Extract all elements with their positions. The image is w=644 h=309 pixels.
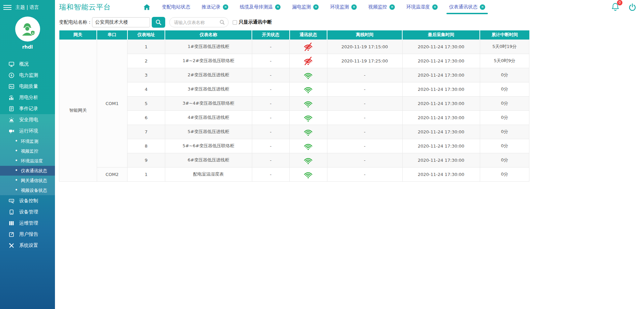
comm-status-cell [290,110,327,125]
sidebar-item-label: 电能质量 [19,83,38,89]
comm-status-cell [290,167,327,181]
sidebar-item-video-surveillance[interactable]: •视频监控 [0,146,55,156]
sidebar-top: 主题 | 语言 [0,0,55,12]
comm-status-cell [290,96,327,110]
last-collect-time-cell: 2020-11-24 17:30:00 [402,139,480,153]
logout-power-icon[interactable] [628,3,637,11]
tab-leakage-monitoring[interactable]: 漏电监测✕ [292,0,319,14]
sidebar-item-label: 设备控制 [19,198,38,204]
table-row: 智能网关COM111#变压器低压进线柜-2020-11-19 17:15:002… [59,40,529,54]
table-row: 96#变压器低压进线柜--2020-11-24 17:30:000分 [59,153,529,167]
avatar[interactable] [15,17,40,42]
sidebar-item-env-temp-humidity[interactable]: •环境温湿度 [0,156,55,166]
sidebar-item-label: 用电分析 [19,95,38,101]
sidebar-item-video-device-status[interactable]: •视频设备状态 [0,185,55,195]
home-tab[interactable] [143,0,150,14]
bullet-icon: • [15,168,18,173]
sidebar-item-safe-power[interactable]: 安全用电 [0,114,55,125]
username: rhdl [0,44,55,50]
meter-address-cell: 6 [127,110,165,125]
sidebar-item-device-control[interactable]: 设备控制 [0,195,55,206]
meter-name-cell: 2#变压器低压进线柜 [165,68,252,82]
search-button[interactable] [152,17,165,28]
tab-close-icon[interactable]: ✕ [313,4,319,10]
sidebar-item-usage-analysis[interactable]: 用电分析 [0,92,55,103]
meter-name-cell: 3#变压器低压进线柜 [165,82,252,96]
tab-close-icon[interactable]: ✕ [275,4,281,10]
column-header: 最后采集时间 [402,30,480,40]
sidebar-subitem-label: 视频设备状态 [21,187,47,194]
meter-name-cell: 5#~6#变压器低压联络柜 [165,139,252,153]
switch-state-cell: - [252,96,290,110]
total-interrupt-cell: 5天0时19分 [480,40,529,54]
comm-status-cell [290,125,327,139]
meter-status-table: 网关串口仪表地址仪表名称开关状态通讯状态离线时间最后采集时间累计中断时间 智能网… [59,30,529,182]
meter-address-cell: 3 [127,68,165,82]
switch-state-cell: - [252,68,290,82]
station-name-input[interactable] [92,17,150,27]
toolbar: 变配电站名称： 只显示通讯中断 [55,14,644,30]
tab-close-icon[interactable]: ✕ [480,4,485,10]
show-interrupted-only-checkbox[interactable]: 只显示通讯中断 [233,19,272,25]
notification-bell-icon[interactable]: 0 [611,2,619,12]
table-row: 85#~6#变压器低压联络柜--2020-11-24 17:30:000分 [59,139,529,153]
tab-bar: 变配电站状态推送记录✕线缆及母排测温✕漏电监测✕环境监测✕视频监控✕环境温湿度✕… [143,0,485,14]
sidebar-item-meter-comm-status[interactable]: •仪表通讯状态 [0,166,55,176]
last-collect-time-cell: 2020-11-24 17:30:00 [402,40,480,54]
tab-close-icon[interactable]: ✕ [432,4,438,10]
tab-env-temp-humidity[interactable]: 环境温湿度✕ [406,0,438,14]
alarm-icon [8,117,15,123]
tab-video-surveillance[interactable]: 视频监控✕ [368,0,395,14]
tab-close-icon[interactable]: ✕ [351,4,357,10]
sidebar-item-user-report[interactable]: 用户报告 [0,229,55,240]
tab-meter-comm-status[interactable]: 仪表通讯状态✕ [449,0,485,14]
tab-label: 推送记录 [202,4,221,10]
sidebar-item-ops-management[interactable]: 运维管理 [0,217,55,229]
checkbox-box[interactable] [233,20,237,25]
document-icon [8,106,15,112]
meter-name-cell: 3#~4#变压器低压联络柜 [165,96,252,110]
offline-time-cell: - [327,139,402,153]
total-interrupt-cell: 0分 [480,139,529,153]
sidebar-item-device-management[interactable]: 设备管理 [0,206,55,217]
sidebar-item-env-monitoring[interactable]: •环境监测 [0,136,55,146]
sidebar-item-gateway-comm-status[interactable]: •网关通信状态 [0,176,55,185]
serial-port-cell: COM2 [97,167,127,181]
meter-name-cell: 1#变压器低压进线柜 [165,40,252,54]
power-circle-icon [8,72,15,78]
meter-name-cell: 1#~2#变压器低压联络柜 [165,54,252,68]
tab-label: 线缆及母排测温 [240,4,273,10]
meter-name-cell: 配电室温湿度表 [165,167,252,181]
switch-state-cell: - [252,110,290,125]
table-row: 32#变压器低压进线柜--2020-11-24 17:30:000分 [59,68,529,82]
topbar-actions: 0 [611,2,637,12]
device-icon [8,209,15,215]
tab-station-status[interactable]: 变配电站状态 [162,0,190,14]
tab-close-icon[interactable]: ✕ [389,4,395,10]
tab-close-icon[interactable]: ✕ [223,4,228,10]
sidebar-item-power-quality[interactable]: 电能质量 [0,81,55,92]
gateway-cell: 智能网关 [59,40,97,181]
sidebar-item-event-log[interactable]: 事件记录 [0,103,55,114]
wifi-online-icon [303,156,313,165]
tab-cable-busbar-temp[interactable]: 线缆及母排测温✕ [240,0,281,14]
tab-env-monitoring[interactable]: 环境监测✕ [330,0,357,14]
sidebar-item-label: 概况 [19,61,29,67]
sidebar-item-operating-env[interactable]: 运行环境 [0,125,55,136]
wifi-online-icon [303,99,313,108]
sidebar-item-overview[interactable]: 概况 [0,58,55,70]
sidebar-item-system-settings[interactable]: 系统设置 [0,240,55,251]
home-icon [143,4,150,10]
sidebar-item-power-monitoring[interactable]: 电力监测 [0,70,55,81]
table-row: 64#变压器低压进线柜--2020-11-24 17:30:000分 [59,110,529,125]
theme-language-toggle[interactable]: 主题 | 语言 [16,4,39,10]
table-row: 75#变压器低压进线柜--2020-11-24 17:30:000分 [59,125,529,139]
offline-time-cell: 2020-11-19 17:25:00 [327,54,402,68]
meter-address-cell: 4 [127,82,165,96]
total-interrupt-cell: 0分 [480,68,529,82]
tab-push-records[interactable]: 推送记录✕ [202,0,228,14]
tab-label: 仪表通讯状态 [449,4,477,10]
control-icon [8,198,15,204]
comm-status-cell [290,40,327,54]
hamburger-menu-icon[interactable] [3,5,11,10]
